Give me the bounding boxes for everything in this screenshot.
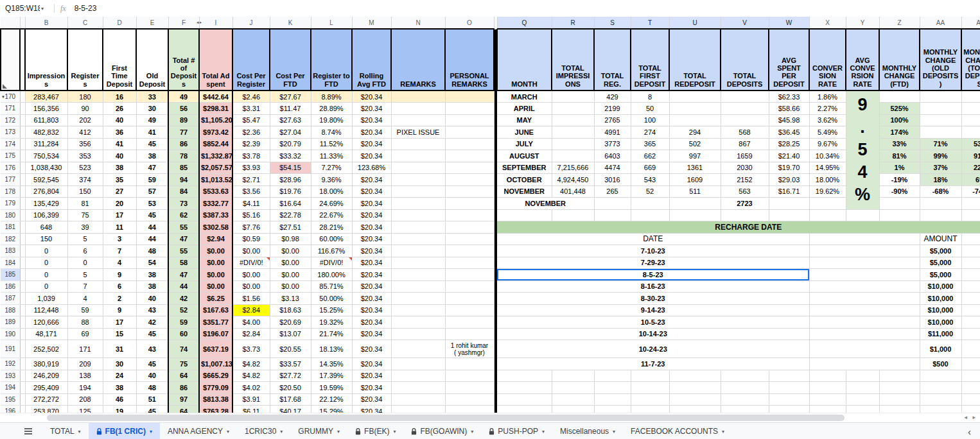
- cell-I175[interactable]: $1,332.87: [199, 150, 232, 162]
- cell-U196[interactable]: [669, 406, 721, 413]
- cell-B172[interactable]: 611,803: [25, 114, 67, 126]
- cell-W172[interactable]: $45.98: [769, 114, 809, 126]
- cell-U176[interactable]: 1361: [669, 162, 721, 174]
- cell-W195[interactable]: [769, 393, 809, 406]
- cell-D183[interactable]: 7: [103, 245, 136, 257]
- cell-AA192[interactable]: $500: [920, 358, 961, 370]
- cell-M183[interactable]: $20.34: [352, 245, 391, 257]
- cell-K189[interactable]: $20.69: [270, 316, 311, 329]
- cell-D196[interactable]: 19: [103, 406, 136, 413]
- cell-K172[interactable]: $27.63: [270, 114, 311, 126]
- cell-X189[interactable]: [809, 316, 920, 329]
- sheet-tab-grummy[interactable]: GRUMMY▾: [290, 423, 347, 439]
- cell-E175[interactable]: 38: [136, 150, 168, 162]
- cell-I183[interactable]: $0.00: [199, 245, 232, 257]
- cell-B178[interactable]: 276,804: [25, 185, 67, 198]
- cell-B181[interactable]: 648: [25, 221, 67, 234]
- cell-C185[interactable]: 5: [67, 269, 103, 281]
- cell-C195[interactable]: 208: [67, 393, 103, 406]
- cell-E180[interactable]: 45: [136, 209, 168, 221]
- cell-D179[interactable]: 20: [103, 198, 136, 210]
- cell-I193[interactable]: $665.29: [199, 370, 232, 382]
- cell-K182[interactable]: $0.98: [270, 233, 311, 245]
- sheet-tab-total[interactable]: TOTAL▾: [42, 423, 89, 439]
- cell-D180[interactable]: 17: [103, 209, 136, 221]
- cell-B186[interactable]: 0: [25, 280, 67, 293]
- cell-AA175[interactable]: 99%: [920, 150, 961, 162]
- cell-AB188[interactable]: [961, 304, 980, 316]
- hidden-columns-left-icon[interactable]: ◂: [197, 20, 199, 25]
- column-header-Y[interactable]: Y: [846, 17, 879, 29]
- cell-D176[interactable]: 38: [103, 162, 136, 174]
- cell-B192[interactable]: 380,919: [25, 358, 67, 370]
- cell-L174[interactable]: 11.52%: [311, 138, 352, 150]
- cell-K196[interactable]: $40.17: [270, 406, 311, 413]
- column-header-J[interactable]: J: [232, 17, 270, 29]
- cell-C174[interactable]: 356: [67, 138, 103, 150]
- cell-J170[interactable]: $2.46: [232, 90, 270, 103]
- cell-T174[interactable]: 365: [631, 138, 669, 150]
- row-header-172[interactable]: 172: [1, 114, 20, 126]
- column-header-L[interactable]: L: [311, 17, 352, 29]
- cell-Q177[interactable]: OCTOBER: [497, 174, 552, 186]
- tab-menu-caret-icon[interactable]: ▾: [722, 429, 724, 435]
- row-header-179[interactable]: 179: [1, 198, 20, 210]
- cell-W176[interactable]: $19.70: [769, 162, 809, 174]
- row-header-182[interactable]: 182: [1, 233, 20, 245]
- column-header-V[interactable]: V: [721, 17, 769, 29]
- cell-Z193[interactable]: [879, 370, 920, 382]
- cell-A192[interactable]: [20, 358, 25, 370]
- cell-J176[interactable]: $3.93: [232, 162, 270, 174]
- cell-J180[interactable]: $5.16: [232, 209, 270, 221]
- cell-L175[interactable]: 11.33%: [311, 150, 352, 162]
- cell-Q170[interactable]: MARCH: [497, 90, 552, 103]
- cell-L192[interactable]: 14.35%: [311, 358, 352, 370]
- cell-C193[interactable]: 138: [67, 370, 103, 382]
- cell-K195[interactable]: $17.68: [270, 393, 311, 406]
- cell-I180[interactable]: $387.33: [199, 209, 232, 221]
- cell-N178[interactable]: [391, 185, 445, 198]
- cell-C179[interactable]: 81: [67, 198, 103, 210]
- cell-R171[interactable]: [552, 103, 594, 115]
- cell-AB172[interactable]: [961, 114, 980, 126]
- cell-X177[interactable]: 18.00%: [809, 174, 846, 186]
- cell-K194[interactable]: $20.50: [270, 382, 311, 394]
- cell-Z178[interactable]: -90%: [879, 185, 920, 198]
- cell-AB195[interactable]: [961, 393, 980, 406]
- cell-K187[interactable]: $3.13: [270, 293, 311, 305]
- cell-V195[interactable]: [721, 393, 769, 406]
- row-header-180[interactable]: 180: [1, 209, 20, 221]
- cell-AB196[interactable]: [961, 406, 980, 413]
- cell-D172[interactable]: 40: [103, 114, 136, 126]
- cell-AA173[interactable]: [920, 126, 961, 139]
- tab-menu-caret-icon[interactable]: ▾: [78, 429, 81, 435]
- cell-M179[interactable]: $20.34: [352, 198, 391, 210]
- cell-N188[interactable]: [391, 304, 445, 316]
- header-cell-T[interactable]: TOTAL FIRST DEPOSIT: [631, 29, 669, 90]
- cell-E188[interactable]: 43: [136, 304, 168, 316]
- cell-S178[interactable]: 265: [594, 185, 631, 198]
- cell-R177[interactable]: 4,924,450: [552, 174, 594, 186]
- cell-I178[interactable]: $533.63: [199, 185, 232, 198]
- cell-L183[interactable]: 116.67%: [311, 245, 352, 257]
- cell-T173[interactable]: 274: [631, 126, 669, 139]
- panel-collapse-icon[interactable]: ‹: [968, 426, 971, 437]
- cell-T194[interactable]: [631, 382, 669, 394]
- cell-O187[interactable]: [445, 293, 494, 305]
- cell-F171[interactable]: 56: [168, 103, 199, 115]
- cell-N192[interactable]: [391, 358, 445, 370]
- cell-Z171[interactable]: 525%: [879, 103, 920, 115]
- cell-I176[interactable]: $2,057.57: [199, 162, 232, 174]
- cell-B183[interactable]: 0: [25, 245, 67, 257]
- cell-Q195[interactable]: [497, 393, 552, 406]
- cell-M181[interactable]: $20.34: [352, 221, 391, 234]
- header-cell-R[interactable]: TOTAL IMPRESSIONS: [552, 29, 594, 90]
- cell-AA187[interactable]: $10,000: [920, 293, 961, 305]
- cell-Q176[interactable]: SEPTEMBER: [497, 162, 552, 174]
- cell-O181[interactable]: [445, 221, 494, 234]
- cell-C191[interactable]: 171: [67, 340, 103, 358]
- cell-M176[interactable]: 123.68%: [352, 162, 391, 174]
- cell-AA190[interactable]: $11,000: [920, 328, 961, 340]
- cell-L185[interactable]: 180.00%: [311, 269, 352, 281]
- sheet-tab-miscellaneous[interactable]: Miscellaneous▾: [552, 423, 623, 439]
